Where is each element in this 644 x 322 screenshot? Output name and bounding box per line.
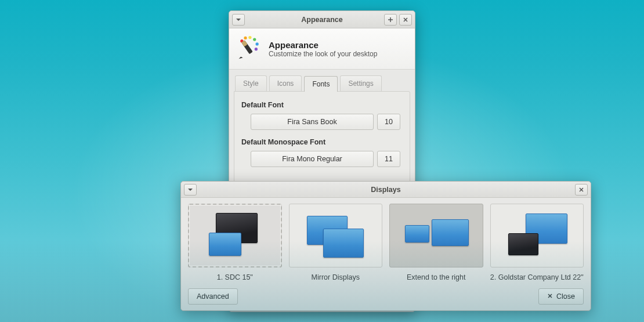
close-dialog-label: Close: [556, 292, 575, 301]
display-option-sdc[interactable]: [188, 204, 282, 267]
advanced-button[interactable]: Advanced: [188, 288, 238, 305]
display-option-goldstar[interactable]: [490, 204, 584, 267]
svg-point-5: [255, 48, 258, 50]
displays-grid: 1. SDC 15" Mirror Displays: [188, 204, 584, 281]
appearance-header-title: Appearance: [269, 40, 377, 50]
default-font-button[interactable]: Fira Sans Book: [251, 114, 374, 130]
appearance-header: Appearance Customize the look of your de…: [229, 28, 415, 70]
display-option-label: Mirror Displays: [312, 273, 360, 281]
display-option-label: 2. Goldstar Company Ltd 22": [490, 273, 584, 281]
window-menu-button[interactable]: [184, 184, 197, 196]
svg-marker-8: [239, 57, 243, 59]
close-icon: [547, 292, 553, 301]
tab-fonts[interactable]: Fonts: [304, 76, 338, 92]
close-button[interactable]: [399, 14, 412, 26]
window-menu-button[interactable]: [232, 14, 245, 26]
mono-font-label: Default Monospace Font: [241, 138, 404, 146]
display-option-label: Extend to the right: [407, 273, 465, 281]
close-dialog-button[interactable]: Close: [538, 288, 584, 305]
displays-titlebar: Displays: [181, 182, 591, 198]
displays-window-title: Displays: [181, 186, 591, 194]
displays-window: Displays 1. SDC 15": [180, 181, 591, 311]
display-option-label: 1. SDC 15": [217, 273, 253, 281]
tab-settings[interactable]: Settings: [340, 75, 381, 91]
tab-icons[interactable]: Icons: [269, 75, 302, 91]
display-option-mirror[interactable]: [289, 204, 383, 267]
tab-style[interactable]: Style: [235, 75, 267, 91]
appearance-icon: [237, 35, 262, 62]
default-font-label: Default Font: [241, 101, 404, 109]
appearance-tabs: Style Icons Fonts Settings: [229, 70, 415, 91]
maximize-button[interactable]: [384, 14, 397, 26]
default-font-size-button[interactable]: 10: [377, 114, 400, 130]
svg-point-3: [253, 38, 256, 41]
close-button[interactable]: [575, 184, 588, 196]
svg-point-2: [248, 36, 251, 39]
display-option-extend-right[interactable]: [389, 204, 483, 267]
appearance-header-subtitle: Customize the look of your desktop: [269, 50, 377, 58]
mono-font-size-button[interactable]: 11: [377, 151, 400, 167]
mono-font-button[interactable]: Fira Mono Regular: [251, 151, 374, 167]
fonts-panel: Default Font Fira Sans Book 10 Default M…: [234, 91, 410, 183]
svg-point-1: [244, 37, 247, 39]
appearance-titlebar: Appearance: [229, 11, 415, 28]
svg-point-4: [256, 42, 259, 45]
